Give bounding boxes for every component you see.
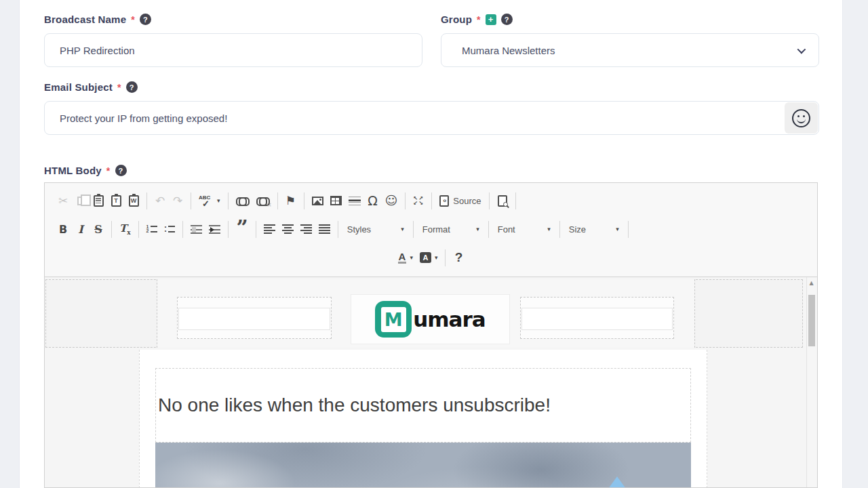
paste-icon	[94, 195, 104, 207]
emoji-picker-button[interactable]	[785, 102, 818, 134]
help-icon[interactable]: ?	[140, 14, 151, 25]
unlink-button[interactable]: ✕	[253, 190, 273, 211]
format-dropdown[interactable]: Format ▾	[418, 219, 484, 239]
editor-scrollbar[interactable]: ▲	[806, 277, 816, 487]
cut-button[interactable]: ✂	[54, 190, 72, 211]
remove-format-button[interactable]: Tx	[116, 219, 134, 239]
toolbar-separator	[445, 249, 446, 266]
unlink-icon: ✕	[256, 197, 270, 204]
styles-dropdown-label: Styles	[347, 224, 371, 235]
link-icon	[236, 197, 250, 204]
group-select[interactable]: Mumara Newsletters	[441, 33, 819, 67]
group-select-value: Mumara Newsletters	[462, 45, 555, 56]
email-header-band: M umara	[45, 279, 803, 348]
paste-button[interactable]	[90, 190, 107, 211]
redo-button[interactable]: ↷	[169, 190, 186, 211]
align-justify-button[interactable]	[315, 219, 334, 239]
dropdown-caret-icon: ▾	[476, 226, 479, 232]
required-asterisk: *	[106, 165, 111, 176]
toolbar-separator	[515, 192, 516, 209]
scrollbar-up-arrow[interactable]: ▲	[807, 280, 816, 286]
help-icon[interactable]: ?	[126, 81, 138, 93]
broadcast-name-label-row: Broadcast Name * ?	[44, 14, 422, 25]
add-group-button[interactable]: +	[486, 14, 496, 25]
insert-smiley-button[interactable]: ☺	[382, 190, 401, 211]
header-left-placeholder	[178, 308, 330, 330]
align-left-button[interactable]	[260, 219, 279, 239]
horizontal-line-icon	[349, 197, 361, 205]
align-left-icon	[264, 224, 275, 234]
increase-indent-button[interactable]	[205, 219, 224, 239]
insert-table-button[interactable]	[327, 190, 345, 211]
copy-button[interactable]	[72, 190, 90, 211]
image-icon	[312, 197, 323, 205]
email-hero-image[interactable]	[155, 443, 691, 487]
bulleted-list-button[interactable]: • •	[161, 219, 178, 239]
toolbar-separator	[146, 192, 147, 209]
paste-as-text-button[interactable]: T	[107, 190, 125, 211]
header-right-cell[interactable]	[520, 297, 674, 339]
dropdown-caret-icon: ▾	[547, 226, 551, 232]
size-dropdown[interactable]: Size ▾	[564, 219, 624, 239]
link-button[interactable]	[233, 190, 253, 211]
font-dropdown-label: Font	[498, 224, 515, 235]
help-icon[interactable]: ?	[115, 165, 127, 176]
dropdown-caret-icon: ▾	[616, 226, 619, 232]
help-icon[interactable]: ?	[501, 14, 513, 25]
maximize-button[interactable]: ↖↗ ↙↘	[410, 190, 427, 211]
toolbar-separator	[488, 221, 489, 238]
strikethrough-button[interactable]: S	[90, 219, 107, 239]
text-color-button[interactable]: A ▾	[395, 247, 416, 268]
source-button-label: Source	[453, 196, 481, 206]
toolbar-separator	[228, 192, 229, 209]
numbered-list-button[interactable]: 1 2	[143, 219, 161, 239]
dropdown-caret-icon: ▾	[435, 254, 438, 261]
table-icon	[330, 196, 342, 205]
decrease-indent-button[interactable]	[187, 219, 205, 239]
text-color-icon: A	[398, 251, 407, 264]
question-mark-icon: ?	[455, 250, 463, 265]
preview-button[interactable]	[494, 190, 511, 211]
broadcast-name-input[interactable]	[44, 33, 422, 67]
dropdown-caret-icon: ▾	[401, 226, 404, 232]
email-subject-label-row: Email Subject * ?	[44, 81, 819, 93]
italic-icon: I	[78, 223, 83, 236]
undo-button[interactable]: ↶	[151, 190, 169, 211]
anchor-button[interactable]: ⚑	[282, 190, 300, 211]
insert-image-button[interactable]	[309, 190, 327, 211]
font-dropdown[interactable]: Font ▾	[493, 219, 555, 239]
align-right-button[interactable]	[297, 219, 315, 239]
source-button[interactable]: ‹› Source	[436, 190, 484, 211]
redo-icon: ↷	[173, 195, 182, 207]
align-center-button[interactable]	[279, 219, 297, 239]
paste-from-word-button[interactable]: W	[125, 190, 142, 211]
scrollbar-thumb[interactable]	[808, 295, 815, 346]
header-left-cell[interactable]	[177, 297, 332, 339]
background-color-button[interactable]: A ▾	[416, 247, 441, 268]
copy-icon	[77, 197, 85, 205]
special-character-button[interactable]: Ω	[364, 190, 382, 211]
blockquote-button[interactable]: ”	[233, 219, 251, 239]
group-label: Group	[441, 14, 472, 25]
editor-content-area[interactable]: M umara No one likes when the customers …	[45, 277, 817, 487]
styles-dropdown[interactable]: Styles ▾	[342, 219, 409, 239]
preview-icon	[498, 195, 507, 207]
format-dropdown-label: Format	[422, 224, 450, 235]
header-logo-cell[interactable]: M umara	[351, 294, 510, 344]
email-subject-input[interactable]	[44, 101, 819, 135]
hero-image-triangle-shape	[608, 476, 626, 487]
bold-button[interactable]: B	[54, 219, 72, 239]
toolbar-separator	[228, 221, 229, 238]
blockquote-icon: ”	[236, 224, 248, 234]
about-editor-button[interactable]: ?	[450, 247, 467, 268]
spellcheck-icon: ABC ✓	[199, 195, 214, 207]
html-body-label-row: HTML Body * ?	[44, 165, 819, 176]
maximize-icon: ↖↗ ↙↘	[413, 196, 424, 205]
spellcheck-button[interactable]: ABC ✓ ▾	[195, 190, 224, 211]
italic-button[interactable]: I	[72, 219, 90, 239]
cut-icon: ✂	[58, 195, 68, 207]
email-heading-cell[interactable]: No one likes when the customers unsubscr…	[155, 368, 691, 443]
email-heading-text: No one likes when the customers unsubscr…	[158, 394, 551, 416]
horizontal-rule-button[interactable]	[345, 190, 364, 211]
omega-icon: Ω	[368, 195, 378, 207]
